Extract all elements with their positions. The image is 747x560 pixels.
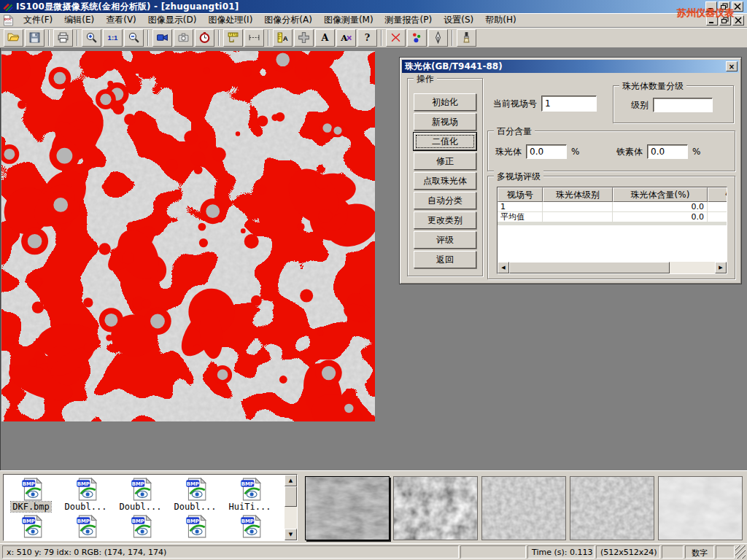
- scroll-up-icon[interactable]: ▲: [285, 475, 297, 486]
- help-icon[interactable]: ?: [357, 29, 377, 47]
- file-item-3[interactable]: BMPDoubl...: [168, 477, 222, 512]
- file-item-5[interactable]: BMP: [4, 514, 58, 539]
- table-row-0[interactable]: 10.0: [498, 202, 727, 212]
- table-header-3[interactable]: 铁素体含量(%): [708, 187, 727, 202]
- ops-button-2[interactable]: 二值化: [414, 133, 476, 150]
- scrollbar-thumb[interactable]: [509, 262, 670, 273]
- scroll-down-icon[interactable]: ▼: [285, 529, 297, 540]
- file-item-0[interactable]: BMPDKF.bmp: [4, 477, 58, 512]
- svg-text:BMP: BMP: [22, 481, 34, 487]
- status-time: Time (s): 0.113: [527, 545, 595, 559]
- rating-table[interactable]: 视场号珠光体级别珠光体含量(%)铁素体含量(%) 10.0平均值0.0 ◀ ▶: [497, 187, 727, 274]
- pearlite-percent-input[interactable]: [526, 144, 567, 159]
- scroll-left-icon[interactable]: ◀: [498, 262, 509, 273]
- table-header-2[interactable]: 珠光体含量(%): [613, 187, 708, 202]
- resize-grip[interactable]: [735, 545, 746, 559]
- bmp-file-icon: BMP: [74, 477, 98, 502]
- open-icon[interactable]: [4, 29, 23, 47]
- percent-group-label: 百分含量: [494, 125, 535, 138]
- toolbar-separator: [452, 30, 453, 46]
- menu-item-6[interactable]: 图像测量(M): [318, 13, 379, 26]
- menu-item-0[interactable]: 文件(F): [18, 13, 58, 26]
- file-item-7[interactable]: BMP: [113, 514, 168, 539]
- camera-capture-icon[interactable]: [174, 29, 193, 47]
- thumbnail-3[interactable]: [481, 476, 566, 540]
- menu-item-2[interactable]: 查看(V): [100, 13, 142, 26]
- grade-input[interactable]: [653, 98, 713, 112]
- print-icon[interactable]: [53, 29, 73, 47]
- table-cell: 0.0: [613, 202, 708, 211]
- file-item-9[interactable]: BMP: [222, 514, 277, 539]
- erase-curve-icon[interactable]: [386, 29, 406, 47]
- workspace: 珠光体(GB/T9441-88) × 操作 初始化新视场二值化修正点取珠光体自动…: [0, 48, 747, 470]
- menu-item-9[interactable]: 帮助(H): [479, 13, 522, 26]
- move-cross-icon[interactable]: [294, 29, 314, 47]
- table-row-1[interactable]: 平均值0.0: [498, 212, 727, 222]
- timer-icon[interactable]: [195, 29, 214, 47]
- text-label-icon[interactable]: A: [315, 29, 335, 47]
- thumbnail-2[interactable]: [393, 476, 478, 540]
- table-header-0[interactable]: 视场号: [498, 187, 543, 202]
- zoom-in-icon[interactable]: [82, 29, 101, 47]
- menu-item-7[interactable]: 测量报告(P): [379, 13, 438, 26]
- ops-button-7[interactable]: 评级: [414, 231, 476, 249]
- current-field-input[interactable]: [541, 96, 597, 112]
- ferrite-percent-input[interactable]: [647, 144, 688, 159]
- pearlite-dialog: 珠光体(GB/T9441-88) × 操作 初始化新视场二值化修正点取珠光体自动…: [399, 57, 742, 284]
- save-icon[interactable]: [25, 29, 44, 47]
- table-cell: 0.0: [613, 212, 708, 222]
- file-item-6[interactable]: BMP: [58, 514, 113, 539]
- grade-label: 级别: [631, 99, 649, 112]
- bmp-file-icon: BMP: [238, 477, 263, 502]
- ops-button-6[interactable]: 更改类别: [414, 211, 476, 229]
- actual-size-icon[interactable]: 1:1: [103, 29, 123, 47]
- table-header-1[interactable]: 珠光体级别: [543, 187, 613, 202]
- document-system-icon[interactable]: DOC: [3, 15, 14, 26]
- menu-item-8[interactable]: 设置(S): [438, 13, 479, 26]
- pen-icon[interactable]: [428, 29, 448, 47]
- measure-text-icon[interactable]: A: [273, 29, 293, 47]
- status-empty-panel: [716, 545, 735, 559]
- text-remove-icon[interactable]: A: [336, 29, 356, 47]
- file-list[interactable]: BMPDKF.bmpBMPDoubl...BMPDoubl...BMPDoubl…: [3, 474, 298, 541]
- tool-bar: 1:1AAA?: [0, 28, 747, 48]
- ops-button-5[interactable]: 自动分类: [414, 192, 476, 209]
- status-mode: 数字: [685, 545, 714, 559]
- svg-text:BMP: BMP: [22, 518, 34, 524]
- menu-item-5[interactable]: 图像分析(A): [258, 13, 318, 26]
- dialog-title-bar[interactable]: 珠光体(GB/T9441-88) ×: [402, 60, 739, 73]
- video-capture-icon[interactable]: [152, 29, 172, 47]
- cursor-position-readout: x: 510 y: 79 idx: 0 RGB: (174, 174, 174): [2, 545, 459, 559]
- thumbnail-1[interactable]: [305, 476, 390, 540]
- zoom-out-icon[interactable]: [124, 29, 144, 47]
- table-row-5[interactable]: [498, 225, 727, 225]
- status-empty-panel: [662, 545, 684, 559]
- menu-item-1[interactable]: 编辑(E): [58, 13, 100, 26]
- menu-item-4[interactable]: 图像处理(I): [202, 13, 258, 26]
- thumbnail-5[interactable]: [658, 476, 743, 540]
- scrollbar-thumb[interactable]: [285, 486, 297, 507]
- ops-button-0[interactable]: 初始化: [414, 93, 476, 111]
- ops-button-4[interactable]: 点取珠光体: [414, 172, 476, 190]
- file-item-2[interactable]: BMPDoubl...: [113, 477, 168, 512]
- file-list-scrollbar[interactable]: ▲ ▼: [285, 475, 297, 540]
- specimen-image[interactable]: [1, 51, 375, 421]
- child-close-button[interactable]: [732, 15, 744, 26]
- file-item-8[interactable]: BMP: [168, 514, 222, 539]
- grade-group: 珠光体数量分级 级别: [613, 85, 734, 123]
- thumbnail-4[interactable]: [570, 476, 654, 540]
- file-item-4[interactable]: BMPHuiTi...: [222, 477, 277, 512]
- brush-icon[interactable]: [457, 29, 476, 47]
- menu-item-3[interactable]: 图像显示(D): [142, 13, 203, 26]
- ops-button-1[interactable]: 新视场: [414, 113, 476, 131]
- dialog-close-icon[interactable]: ×: [726, 61, 738, 71]
- ruler-icon[interactable]: [244, 29, 264, 47]
- caliper-icon[interactable]: [223, 29, 243, 47]
- ops-button-3[interactable]: 修正: [414, 152, 476, 170]
- file-item-1[interactable]: BMPDoubl...: [58, 477, 113, 512]
- classify-points-icon[interactable]: [407, 29, 427, 47]
- ops-button-8[interactable]: 返回: [414, 251, 476, 268]
- scroll-right-icon[interactable]: ▶: [715, 262, 727, 273]
- vendor-watermark: 苏州仪器仪表: [677, 7, 734, 20]
- table-horizontal-scrollbar[interactable]: ◀ ▶: [498, 262, 727, 273]
